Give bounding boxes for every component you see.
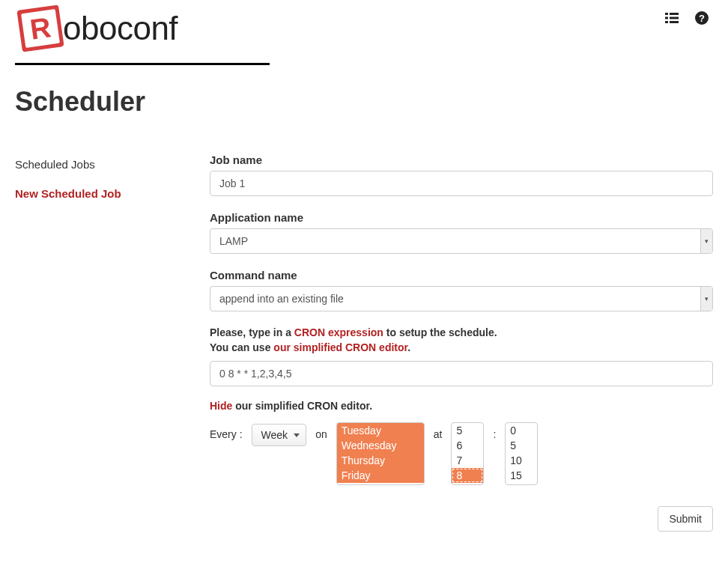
svg-rect-0	[665, 13, 668, 15]
logo-text: oboconf	[63, 10, 178, 47]
submit-button[interactable]: Submit	[658, 506, 713, 532]
page-title: Scheduler	[15, 86, 713, 118]
minute-option[interactable]: 10	[506, 453, 537, 468]
caret-down-icon	[294, 433, 300, 437]
minute-option[interactable]: 15	[506, 468, 537, 483]
every-select[interactable]: Week	[252, 424, 307, 446]
minute-option[interactable]: 5	[506, 438, 537, 453]
cron-expression-link[interactable]: CRON expression	[294, 326, 383, 338]
time-colon: :	[493, 422, 496, 440]
logo-r-icon: R	[16, 4, 64, 52]
svg-rect-1	[670, 13, 679, 15]
hour-option[interactable]: 9	[452, 483, 483, 484]
hours-listbox[interactable]: 56789	[451, 422, 484, 485]
command-name-label: Command name	[210, 269, 713, 282]
on-label: on	[315, 422, 327, 440]
sidebar-item-new-scheduled-job[interactable]: New Scheduled Job	[15, 183, 195, 212]
day-option[interactable]: Thursday	[337, 453, 424, 468]
every-label: Every :	[210, 422, 243, 440]
day-option[interactable]: Friday	[337, 468, 424, 483]
hide-editor-text: Hide our simplified CRON editor.	[210, 400, 713, 412]
cron-editor-link[interactable]: our simplified CRON editor	[273, 341, 407, 353]
job-name-input[interactable]	[210, 171, 713, 196]
hide-link[interactable]: Hide	[210, 400, 232, 412]
logo-underline	[15, 63, 270, 65]
svg-rect-2	[665, 17, 668, 19]
sidebar: Scheduled Jobs New Scheduled Job	[15, 153, 195, 532]
app-name-select[interactable]: LAMP	[210, 228, 713, 254]
app-name-label: Application name	[210, 211, 713, 224]
svg-rect-3	[670, 17, 679, 19]
minutes-listbox[interactable]: 051015	[505, 422, 538, 485]
cron-help-line1: Please, type in a CRON expression to set…	[210, 326, 713, 338]
hour-option[interactable]: 7	[452, 453, 483, 468]
list-icon[interactable]	[665, 11, 679, 25]
hour-option[interactable]: 6	[452, 438, 483, 453]
svg-rect-4	[665, 21, 668, 23]
minute-option[interactable]: 0	[506, 423, 537, 438]
cron-input[interactable]	[210, 361, 713, 386]
days-listbox[interactable]: TuesdayWednesdayThursdayFriday	[336, 422, 425, 485]
hour-option[interactable]: 5	[452, 423, 483, 438]
cron-help-line2: You can use our simplified CRON editor.	[210, 341, 713, 353]
at-label: at	[434, 422, 443, 440]
logo[interactable]: R oboconf	[19, 7, 270, 49]
command-name-select[interactable]: append into an existing file	[210, 286, 713, 311]
svg-rect-5	[670, 21, 679, 23]
hour-option[interactable]: 8	[452, 468, 483, 483]
day-option[interactable]: Wednesday	[337, 438, 424, 453]
day-option[interactable]: Tuesday	[337, 423, 424, 438]
job-name-label: Job name	[210, 153, 713, 166]
help-icon[interactable]: ?	[695, 11, 709, 25]
svg-text:?: ?	[699, 13, 705, 24]
sidebar-item-scheduled-jobs[interactable]: Scheduled Jobs	[15, 153, 195, 183]
